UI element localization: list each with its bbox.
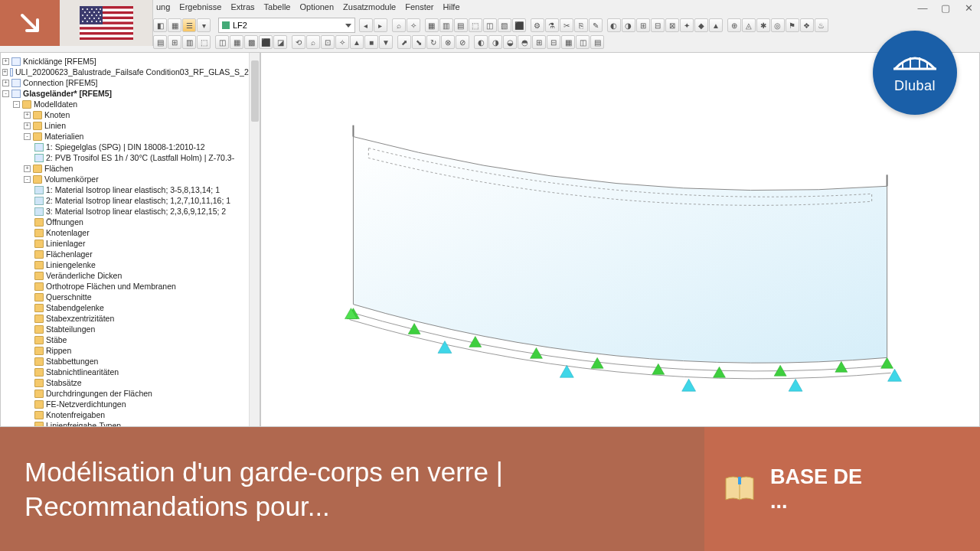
- tree-item[interactable]: Knotenlager: [46, 227, 90, 238]
- folder-icon: [34, 368, 44, 377]
- svg-point-45: [87, 21, 88, 22]
- folder-icon: [34, 336, 44, 344]
- svg-rect-55: [738, 477, 741, 484]
- folder-icon: [34, 400, 44, 409]
- expand-icon[interactable]: +: [2, 58, 9, 65]
- expand-icon[interactable]: +: [24, 122, 31, 129]
- folder-icon: [33, 132, 42, 141]
- tree-item[interactable]: Stabexzentrizitäten: [46, 313, 114, 324]
- folder-icon: [34, 347, 44, 355]
- nav-arrow-button[interactable]: [0, 0, 60, 46]
- tree-item[interactable]: Flächen: [44, 163, 73, 174]
- svg-point-29: [96, 8, 97, 10]
- svg-point-33: [93, 11, 95, 13]
- svg-point-34: [98, 11, 100, 13]
- folder-icon: [34, 250, 44, 259]
- tree-item[interactable]: Volumenkörper: [44, 174, 99, 184]
- tree-item[interactable]: Stabendgelenke: [46, 302, 104, 313]
- tree-item[interactable]: Flächenlager: [46, 249, 93, 259]
- folder-icon: [34, 357, 44, 366]
- expand-icon[interactable]: +: [2, 80, 9, 86]
- tree-item[interactable]: Knotenfreigaben: [46, 409, 105, 420]
- language-flag[interactable]: [60, 0, 153, 46]
- tree-item[interactable]: Modelldaten: [34, 99, 77, 109]
- svg-point-36: [87, 15, 88, 16]
- tree-item[interactable]: Orthotrope Flächen und Membranen: [46, 281, 176, 292]
- tree-item[interactable]: Materialien: [44, 131, 83, 142]
- tree-item[interactable]: Knicklänge [RFEM5]: [23, 56, 96, 67]
- tree-item[interactable]: 3: Material Isotrop linear elastisch; 2,…: [46, 206, 226, 217]
- material-icon: [34, 143, 44, 152]
- svg-point-37: [91, 15, 93, 16]
- expand-icon[interactable]: +: [2, 69, 8, 76]
- badge-line2: ...: [770, 489, 862, 514]
- badge-line1: BASE DE: [770, 465, 862, 489]
- tree-item[interactable]: 1: Spiegelglas (SPG) | DIN 18008-1:2010-…: [46, 142, 205, 152]
- expand-icon[interactable]: +: [24, 165, 31, 172]
- tree-item[interactable]: 2: Material Isotrop linear elastisch; 1,…: [46, 195, 230, 206]
- svg-point-30: [100, 8, 101, 10]
- svg-point-26: [82, 8, 83, 10]
- svg-point-41: [89, 18, 90, 19]
- svg-point-47: [96, 21, 97, 22]
- svg-marker-5: [469, 336, 482, 347]
- svg-marker-12: [881, 357, 893, 368]
- svg-point-35: [82, 15, 83, 16]
- tree-item[interactable]: Stabnichtlinearitäten: [46, 367, 119, 377]
- svg-marker-13: [438, 341, 452, 353]
- tree-item[interactable]: Stabteilungen: [46, 324, 95, 334]
- arrow-down-right-icon: [18, 11, 42, 35]
- folder-icon: [34, 218, 44, 227]
- tree-item[interactable]: Linienlager: [46, 238, 85, 249]
- tree-item[interactable]: Rippen: [46, 345, 71, 356]
- tree-item[interactable]: Stabbettungen: [46, 356, 98, 367]
- folder-icon: [34, 282, 44, 291]
- tree-item[interactable]: Linien: [44, 120, 66, 131]
- folder-icon: [34, 272, 44, 280]
- folder-icon: [34, 411, 44, 419]
- svg-marker-8: [652, 364, 665, 374]
- collapse-icon[interactable]: -: [13, 101, 20, 108]
- tree-item[interactable]: Stabsätze: [46, 377, 82, 388]
- svg-point-38: [96, 15, 97, 16]
- tree-item[interactable]: ULI_20200623_Balustrade_Failsafe Conditi…: [15, 67, 258, 77]
- expand-icon[interactable]: +: [24, 112, 31, 119]
- caption-title: Modélisation d'un garde-corps en verre |…: [0, 455, 704, 524]
- folder-icon: [33, 175, 42, 184]
- svg-marker-14: [560, 365, 573, 377]
- tree-item[interactable]: Connection [RFEM5]: [23, 77, 97, 88]
- logo-text: Dlubal: [894, 78, 936, 94]
- svg-point-39: [100, 15, 101, 16]
- collapse-icon[interactable]: -: [24, 133, 31, 140]
- tree-item[interactable]: Veränderliche Dicken: [46, 270, 122, 281]
- tree-item[interactable]: 1: Material Isotrop linear elastisch; 3-…: [46, 184, 220, 195]
- tree-item-active[interactable]: Glasgeländer* [RFEM5]: [23, 88, 112, 99]
- tree-item[interactable]: Öffnungen: [46, 217, 83, 227]
- tree-item[interactable]: Knoten: [44, 109, 70, 120]
- tree-item[interactable]: Stäbe: [46, 334, 67, 345]
- tree-item[interactable]: Linienfreigabe-Typen: [46, 420, 121, 427]
- overlay-topbar: [0, 0, 980, 46]
- tree-item[interactable]: FE-Netzverdichtungen: [46, 399, 126, 409]
- navigator-tree[interactable]: +Knicklänge [RFEM5] +ULI_20200623_Balust…: [0, 52, 260, 427]
- tree-item[interactable]: 2: PVB Trosifol ES 1h / 30°C (Lastfall H…: [46, 152, 234, 163]
- solid-icon: [34, 186, 44, 194]
- svg-point-42: [93, 18, 95, 19]
- tree-item[interactable]: Querschnitte: [46, 292, 92, 302]
- folder-icon: [34, 315, 44, 323]
- tree-item[interactable]: Durchdringungen der Flächen: [46, 388, 152, 399]
- tree-scrollbar[interactable]: [249, 53, 260, 426]
- collapse-icon[interactable]: -: [2, 90, 9, 97]
- svg-point-43: [98, 18, 100, 19]
- solid-icon: [34, 197, 44, 205]
- model-viewport[interactable]: [260, 52, 980, 427]
- model-icon: [10, 68, 13, 77]
- folder-icon: [33, 122, 42, 130]
- svg-point-28: [91, 8, 93, 10]
- bridge-icon: [893, 52, 936, 75]
- tree-item[interactable]: Liniengelenke: [46, 259, 96, 270]
- collapse-icon[interactable]: -: [24, 176, 31, 183]
- us-flag-icon: [80, 6, 133, 40]
- folder-icon: [34, 379, 44, 387]
- folder-icon: [22, 100, 31, 109]
